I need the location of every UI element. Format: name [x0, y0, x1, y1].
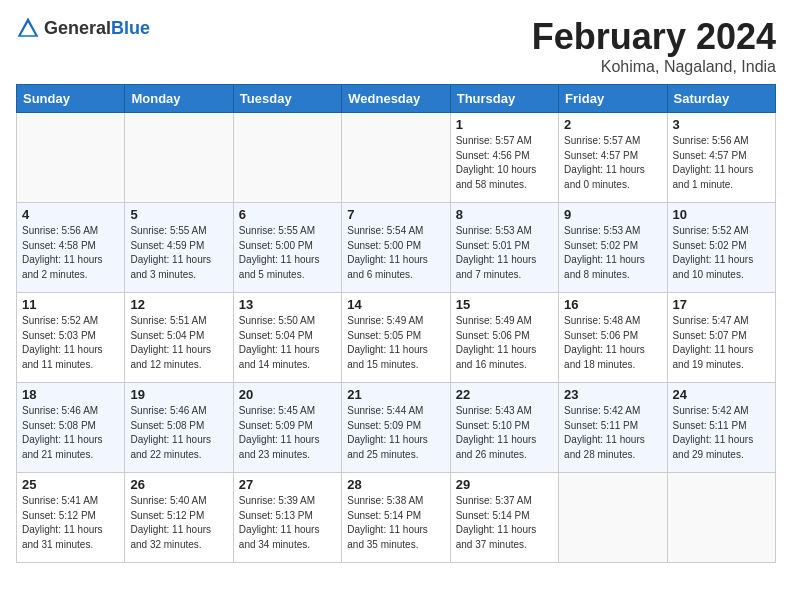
day-info: Sunrise: 5:56 AM Sunset: 4:58 PM Dayligh… [22, 224, 119, 282]
day-info: Sunrise: 5:54 AM Sunset: 5:00 PM Dayligh… [347, 224, 444, 282]
day-number: 28 [347, 477, 444, 492]
day-number: 26 [130, 477, 227, 492]
day-number: 15 [456, 297, 553, 312]
location-title: Kohima, Nagaland, India [532, 58, 776, 76]
month-title: February 2024 [532, 16, 776, 58]
calendar-day-cell [667, 473, 775, 563]
day-info: Sunrise: 5:45 AM Sunset: 5:09 PM Dayligh… [239, 404, 336, 462]
calendar-day-cell [233, 113, 341, 203]
calendar-day-cell: 7Sunrise: 5:54 AM Sunset: 5:00 PM Daylig… [342, 203, 450, 293]
calendar-day-cell: 17Sunrise: 5:47 AM Sunset: 5:07 PM Dayli… [667, 293, 775, 383]
day-number: 16 [564, 297, 661, 312]
calendar-day-cell: 19Sunrise: 5:46 AM Sunset: 5:08 PM Dayli… [125, 383, 233, 473]
title-block: February 2024 Kohima, Nagaland, India [532, 16, 776, 76]
weekday-header-sunday: Sunday [17, 85, 125, 113]
weekday-header-monday: Monday [125, 85, 233, 113]
calendar-table: SundayMondayTuesdayWednesdayThursdayFrid… [16, 84, 776, 563]
calendar-day-cell: 25Sunrise: 5:41 AM Sunset: 5:12 PM Dayli… [17, 473, 125, 563]
day-number: 1 [456, 117, 553, 132]
day-number: 12 [130, 297, 227, 312]
calendar-day-cell: 2Sunrise: 5:57 AM Sunset: 4:57 PM Daylig… [559, 113, 667, 203]
calendar-day-cell: 12Sunrise: 5:51 AM Sunset: 5:04 PM Dayli… [125, 293, 233, 383]
page-header: GeneralBlue February 2024 Kohima, Nagala… [16, 16, 776, 76]
day-info: Sunrise: 5:46 AM Sunset: 5:08 PM Dayligh… [130, 404, 227, 462]
day-number: 13 [239, 297, 336, 312]
calendar-day-cell: 1Sunrise: 5:57 AM Sunset: 4:56 PM Daylig… [450, 113, 558, 203]
calendar-day-cell: 18Sunrise: 5:46 AM Sunset: 5:08 PM Dayli… [17, 383, 125, 473]
day-number: 29 [456, 477, 553, 492]
weekday-header-wednesday: Wednesday [342, 85, 450, 113]
day-number: 3 [673, 117, 770, 132]
calendar-day-cell [17, 113, 125, 203]
calendar-day-cell: 20Sunrise: 5:45 AM Sunset: 5:09 PM Dayli… [233, 383, 341, 473]
calendar-day-cell: 13Sunrise: 5:50 AM Sunset: 5:04 PM Dayli… [233, 293, 341, 383]
day-info: Sunrise: 5:47 AM Sunset: 5:07 PM Dayligh… [673, 314, 770, 372]
calendar-week-row: 18Sunrise: 5:46 AM Sunset: 5:08 PM Dayli… [17, 383, 776, 473]
day-number: 8 [456, 207, 553, 222]
calendar-day-cell [125, 113, 233, 203]
day-number: 6 [239, 207, 336, 222]
generalblue-icon [16, 16, 40, 40]
calendar-day-cell: 15Sunrise: 5:49 AM Sunset: 5:06 PM Dayli… [450, 293, 558, 383]
day-info: Sunrise: 5:42 AM Sunset: 5:11 PM Dayligh… [673, 404, 770, 462]
calendar-day-cell: 26Sunrise: 5:40 AM Sunset: 5:12 PM Dayli… [125, 473, 233, 563]
day-number: 24 [673, 387, 770, 402]
logo: GeneralBlue [16, 16, 150, 40]
calendar-day-cell: 16Sunrise: 5:48 AM Sunset: 5:06 PM Dayli… [559, 293, 667, 383]
day-info: Sunrise: 5:41 AM Sunset: 5:12 PM Dayligh… [22, 494, 119, 552]
calendar-day-cell [342, 113, 450, 203]
logo-blue-text: Blue [111, 18, 150, 38]
day-info: Sunrise: 5:55 AM Sunset: 4:59 PM Dayligh… [130, 224, 227, 282]
calendar-day-cell: 5Sunrise: 5:55 AM Sunset: 4:59 PM Daylig… [125, 203, 233, 293]
day-number: 18 [22, 387, 119, 402]
day-info: Sunrise: 5:49 AM Sunset: 5:05 PM Dayligh… [347, 314, 444, 372]
day-info: Sunrise: 5:37 AM Sunset: 5:14 PM Dayligh… [456, 494, 553, 552]
day-info: Sunrise: 5:39 AM Sunset: 5:13 PM Dayligh… [239, 494, 336, 552]
calendar-week-row: 4Sunrise: 5:56 AM Sunset: 4:58 PM Daylig… [17, 203, 776, 293]
day-number: 5 [130, 207, 227, 222]
day-number: 19 [130, 387, 227, 402]
day-number: 7 [347, 207, 444, 222]
calendar-day-cell: 8Sunrise: 5:53 AM Sunset: 5:01 PM Daylig… [450, 203, 558, 293]
weekday-header-tuesday: Tuesday [233, 85, 341, 113]
day-info: Sunrise: 5:56 AM Sunset: 4:57 PM Dayligh… [673, 134, 770, 192]
calendar-day-cell: 27Sunrise: 5:39 AM Sunset: 5:13 PM Dayli… [233, 473, 341, 563]
day-info: Sunrise: 5:52 AM Sunset: 5:02 PM Dayligh… [673, 224, 770, 282]
calendar-day-cell: 23Sunrise: 5:42 AM Sunset: 5:11 PM Dayli… [559, 383, 667, 473]
day-number: 10 [673, 207, 770, 222]
day-info: Sunrise: 5:40 AM Sunset: 5:12 PM Dayligh… [130, 494, 227, 552]
day-number: 11 [22, 297, 119, 312]
day-info: Sunrise: 5:57 AM Sunset: 4:56 PM Dayligh… [456, 134, 553, 192]
day-info: Sunrise: 5:38 AM Sunset: 5:14 PM Dayligh… [347, 494, 444, 552]
day-info: Sunrise: 5:50 AM Sunset: 5:04 PM Dayligh… [239, 314, 336, 372]
day-info: Sunrise: 5:46 AM Sunset: 5:08 PM Dayligh… [22, 404, 119, 462]
day-info: Sunrise: 5:48 AM Sunset: 5:06 PM Dayligh… [564, 314, 661, 372]
day-number: 27 [239, 477, 336, 492]
day-number: 21 [347, 387, 444, 402]
calendar-day-cell: 9Sunrise: 5:53 AM Sunset: 5:02 PM Daylig… [559, 203, 667, 293]
calendar-day-cell: 22Sunrise: 5:43 AM Sunset: 5:10 PM Dayli… [450, 383, 558, 473]
day-info: Sunrise: 5:53 AM Sunset: 5:01 PM Dayligh… [456, 224, 553, 282]
day-number: 17 [673, 297, 770, 312]
calendar-header-row: SundayMondayTuesdayWednesdayThursdayFrid… [17, 85, 776, 113]
day-number: 23 [564, 387, 661, 402]
day-info: Sunrise: 5:51 AM Sunset: 5:04 PM Dayligh… [130, 314, 227, 372]
day-number: 14 [347, 297, 444, 312]
calendar-week-row: 11Sunrise: 5:52 AM Sunset: 5:03 PM Dayli… [17, 293, 776, 383]
calendar-day-cell: 24Sunrise: 5:42 AM Sunset: 5:11 PM Dayli… [667, 383, 775, 473]
day-info: Sunrise: 5:43 AM Sunset: 5:10 PM Dayligh… [456, 404, 553, 462]
day-info: Sunrise: 5:52 AM Sunset: 5:03 PM Dayligh… [22, 314, 119, 372]
calendar-day-cell: 4Sunrise: 5:56 AM Sunset: 4:58 PM Daylig… [17, 203, 125, 293]
day-info: Sunrise: 5:44 AM Sunset: 5:09 PM Dayligh… [347, 404, 444, 462]
day-info: Sunrise: 5:53 AM Sunset: 5:02 PM Dayligh… [564, 224, 661, 282]
day-info: Sunrise: 5:57 AM Sunset: 4:57 PM Dayligh… [564, 134, 661, 192]
calendar-week-row: 1Sunrise: 5:57 AM Sunset: 4:56 PM Daylig… [17, 113, 776, 203]
day-number: 2 [564, 117, 661, 132]
day-number: 4 [22, 207, 119, 222]
day-number: 9 [564, 207, 661, 222]
calendar-day-cell: 11Sunrise: 5:52 AM Sunset: 5:03 PM Dayli… [17, 293, 125, 383]
day-info: Sunrise: 5:49 AM Sunset: 5:06 PM Dayligh… [456, 314, 553, 372]
calendar-day-cell [559, 473, 667, 563]
calendar-week-row: 25Sunrise: 5:41 AM Sunset: 5:12 PM Dayli… [17, 473, 776, 563]
weekday-header-friday: Friday [559, 85, 667, 113]
